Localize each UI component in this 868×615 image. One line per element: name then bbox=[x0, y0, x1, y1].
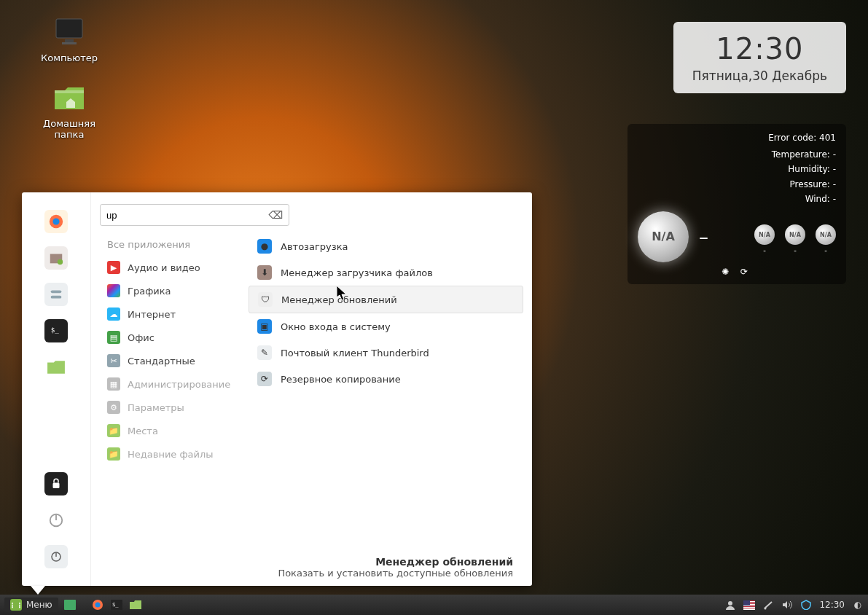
weather-widget: Error code: 401 Temperature: - Humidity:… bbox=[627, 124, 846, 284]
clear-search-icon[interactable]: ⌫ bbox=[268, 209, 283, 221]
desktop-icon-label: Домашняя папка bbox=[29, 118, 109, 140]
category-label: Администрирование bbox=[128, 379, 230, 390]
category-label: Интернет bbox=[128, 309, 176, 320]
svg-rect-8 bbox=[51, 296, 62, 299]
taskbar-menu-label: Меню bbox=[26, 600, 52, 610]
favorites-column: $_ bbox=[22, 192, 91, 586]
category-icon: ▤ bbox=[107, 331, 120, 344]
app-label: Автозагрузка bbox=[281, 241, 348, 252]
app-label: Менеджер обновлений bbox=[281, 294, 397, 305]
category-item[interactable]: ⚙Параметры bbox=[100, 396, 246, 419]
weather-wind: Wind: - bbox=[638, 192, 836, 206]
app-label: Окно входа в систему bbox=[281, 321, 391, 332]
app-icon: ✎ bbox=[257, 345, 272, 360]
category-item[interactable]: ✂Стандартные bbox=[100, 349, 246, 372]
category-icon: ⚙ bbox=[107, 401, 120, 414]
taskbar-launcher-terminal[interactable]: $_ bbox=[109, 598, 124, 611]
svg-rect-1 bbox=[65, 39, 74, 42]
taskbar: ⋮⋮ Меню $_ 12:30 ◐ bbox=[0, 595, 868, 615]
app-icon: ● bbox=[257, 239, 272, 254]
clock-widget: 12:30 Пятница,30 Декабрь bbox=[673, 22, 846, 93]
app-icon: ▣ bbox=[257, 319, 272, 334]
tray-clock[interactable]: 12:30 bbox=[819, 600, 845, 610]
taskbar-launcher-files[interactable] bbox=[128, 598, 143, 611]
category-item[interactable]: ▶Аудио и видео bbox=[100, 256, 246, 279]
tray-overflow-icon[interactable]: ◐ bbox=[852, 599, 864, 611]
desktop-icon-home[interactable]: Домашняя папка bbox=[29, 80, 109, 140]
category-item[interactable]: ☁Интернет bbox=[100, 302, 246, 326]
category-label: Параметры bbox=[128, 402, 184, 413]
category-icon: ▶ bbox=[107, 261, 120, 274]
category-item[interactable]: 📁Недавние файлы bbox=[100, 442, 246, 466]
app-item[interactable]: ✎Почтовый клиент Thunderbird bbox=[249, 340, 523, 366]
app-item[interactable]: 🛡Менеджер обновлений bbox=[249, 286, 523, 313]
fav-terminal[interactable]: $_ bbox=[44, 319, 68, 342]
footer-title: Менеджер обновлений bbox=[110, 556, 513, 568]
weather-humidity: Humidity: - bbox=[638, 162, 836, 176]
app-item[interactable]: ⟳Резервное копирование bbox=[249, 366, 523, 392]
home-folder-icon bbox=[52, 80, 87, 115]
app-label: Почтовый клиент Thunderbird bbox=[281, 348, 429, 359]
svg-rect-0 bbox=[56, 19, 82, 38]
fav-files[interactable] bbox=[44, 356, 68, 379]
taskbar-show-desktop[interactable] bbox=[63, 598, 77, 611]
menu-search-input[interactable] bbox=[106, 210, 268, 221]
app-label: Менеджер загрузчика файлов bbox=[281, 267, 433, 278]
category-icon: 📁 bbox=[107, 447, 120, 461]
tray-keyboard-layout[interactable] bbox=[743, 599, 755, 611]
fav-firefox[interactable] bbox=[44, 210, 68, 233]
app-item[interactable]: ●Автозагрузка bbox=[249, 233, 523, 259]
category-icon bbox=[107, 284, 120, 297]
category-item[interactable]: ▤Офис bbox=[100, 326, 246, 349]
tray-user-icon[interactable] bbox=[724, 599, 736, 611]
category-item[interactable]: Графика bbox=[100, 279, 246, 302]
app-label: Резервное копирование bbox=[281, 374, 401, 385]
fav-system-settings[interactable] bbox=[44, 283, 68, 306]
forecast-day: N/A- bbox=[754, 224, 775, 254]
clock-date: Пятница,30 Декабрь bbox=[692, 68, 827, 83]
desktop-icon-label: Компьютер bbox=[29, 52, 109, 63]
category-label: Недавние файлы bbox=[128, 449, 214, 460]
footer-description: Показать и установить доступные обновлен… bbox=[110, 568, 513, 579]
fav-lock[interactable] bbox=[44, 472, 68, 495]
category-label: Аудио и видео bbox=[128, 262, 200, 273]
computer-icon bbox=[52, 15, 87, 50]
taskbar-launcher-firefox[interactable] bbox=[90, 598, 105, 611]
forecast-day: N/A- bbox=[785, 224, 805, 254]
taskbar-menu-button[interactable]: ⋮⋮ Меню bbox=[4, 598, 58, 612]
category-item[interactable]: ▦Администрирование bbox=[100, 372, 246, 396]
mint-logo-icon: ⋮⋮ bbox=[10, 599, 22, 611]
category-icon: ▦ bbox=[107, 377, 120, 391]
category-item[interactable]: 📁Места bbox=[100, 419, 246, 442]
svg-point-17 bbox=[95, 603, 100, 608]
desktop-icon-computer[interactable]: Компьютер bbox=[29, 15, 109, 63]
tray-volume-icon[interactable] bbox=[781, 599, 793, 611]
app-item[interactable]: ⬇Менеджер загрузчика файлов bbox=[249, 259, 523, 286]
apps-list: ●Автозагрузка⬇Менеджер загрузчика файлов… bbox=[249, 233, 523, 548]
fav-software-manager[interactable] bbox=[44, 246, 68, 270]
weather-pressure: Pressure: - bbox=[638, 177, 836, 192]
fav-shutdown[interactable] bbox=[44, 545, 68, 568]
start-menu: $_ ⌫ Все приложения ▶Аудио и видеоГрафик… bbox=[22, 192, 532, 586]
svg-rect-7 bbox=[51, 291, 62, 294]
weather-current-temp: – bbox=[699, 226, 708, 248]
svg-rect-15 bbox=[64, 600, 76, 610]
svg-rect-2 bbox=[62, 42, 77, 44]
weather-error: Error code: 401 bbox=[638, 133, 836, 143]
tray-network-icon[interactable] bbox=[762, 599, 774, 611]
categories-header: Все приложения bbox=[100, 233, 246, 256]
fav-logout[interactable] bbox=[44, 509, 68, 532]
svg-point-20 bbox=[728, 601, 732, 606]
svg-rect-10 bbox=[53, 483, 60, 489]
svg-text:$_: $_ bbox=[112, 602, 119, 608]
menu-pointer bbox=[31, 586, 45, 595]
app-item[interactable]: ▣Окно входа в систему bbox=[249, 313, 523, 340]
weather-controls[interactable]: ✺ ⟳ bbox=[638, 267, 836, 277]
clock-time: 12:30 bbox=[692, 32, 827, 66]
app-icon: ⬇ bbox=[257, 265, 272, 280]
weather-temperature: Temperature: - bbox=[638, 147, 836, 162]
forecast-day: N/A- bbox=[816, 224, 836, 254]
menu-search[interactable]: ⌫ bbox=[100, 204, 289, 226]
svg-text:$_: $_ bbox=[51, 326, 60, 334]
tray-updates-icon[interactable] bbox=[800, 599, 812, 611]
